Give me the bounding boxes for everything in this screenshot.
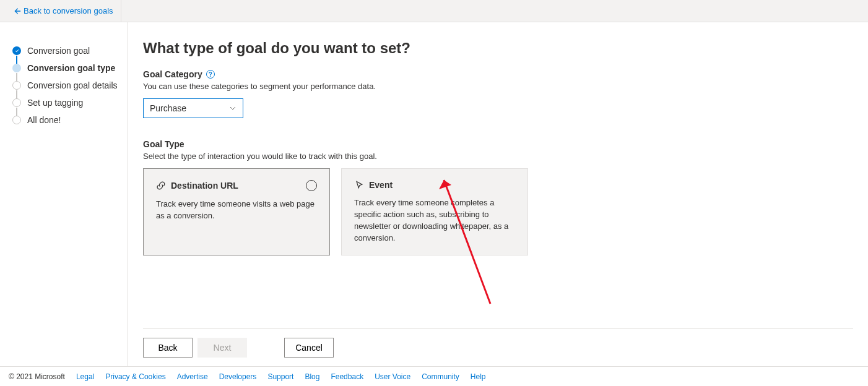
back-to-goals-link[interactable]: Back to conversion goals <box>5 0 121 22</box>
cursor-icon <box>354 180 364 190</box>
step-indicator-completed-icon <box>12 46 21 55</box>
card-title: Event <box>354 180 393 190</box>
goal-type-label: Goal Type <box>143 139 853 149</box>
goal-type-cards: Destination URL Track every time someone… <box>143 168 853 255</box>
card-desc: Track every time someone visits a web pa… <box>156 199 317 222</box>
wizard-buttons: Back Next Cancel <box>143 328 853 366</box>
link-icon <box>156 181 166 191</box>
chevron-down-icon <box>229 105 237 112</box>
step-conversion-goal-details[interactable]: Conversion goal details <box>12 77 123 94</box>
footer-link-advertise[interactable]: Advertise <box>177 372 208 381</box>
label-text: Goal Type <box>143 139 184 149</box>
wizard-steps-sidebar: Conversion goal Conversion goal type Con… <box>0 22 128 366</box>
goal-category-label: Goal Category ? <box>143 69 853 79</box>
step-conversion-goal[interactable]: Conversion goal <box>12 42 123 59</box>
main-content: What type of goal do you want to set? Go… <box>143 40 853 328</box>
main-panel: What type of goal do you want to set? Go… <box>128 22 868 366</box>
step-label: Conversion goal details <box>27 80 118 90</box>
footer-link-legal[interactable]: Legal <box>76 372 94 381</box>
footer-link-user-voice[interactable]: User Voice <box>375 372 410 381</box>
step-label: All done! <box>27 115 61 125</box>
step-indicator-upcoming-icon <box>12 98 21 107</box>
step-label: Conversion goal <box>27 46 90 56</box>
dropdown-value: Purchase <box>150 103 186 113</box>
step-all-done[interactable]: All done! <box>12 111 123 129</box>
card-header: Destination URL <box>156 180 317 191</box>
card-title-text: Event <box>369 180 393 190</box>
goal-category-dropdown[interactable]: Purchase <box>143 98 243 118</box>
back-link-label: Back to conversion goals <box>24 6 113 15</box>
arrow-left-icon <box>12 7 21 15</box>
step-set-up-tagging[interactable]: Set up tagging <box>12 94 123 111</box>
step-indicator-upcoming-icon <box>12 116 21 124</box>
footer: © 2021 Microsoft Legal Privacy & Cookies… <box>0 366 868 386</box>
card-title-text: Destination URL <box>171 181 238 191</box>
help-icon[interactable]: ? <box>206 70 215 79</box>
footer-link-privacy[interactable]: Privacy & Cookies <box>105 372 165 381</box>
goal-type-desc: Select the type of interaction you would… <box>143 152 853 161</box>
page-heading: What type of goal do you want to set? <box>143 40 853 57</box>
card-title: Destination URL <box>156 181 238 191</box>
card-desc: Track every time someone completes a spe… <box>354 197 515 244</box>
footer-link-community[interactable]: Community <box>422 372 459 381</box>
radio-icon <box>306 180 317 191</box>
footer-link-blog[interactable]: Blog <box>305 372 319 381</box>
cancel-button[interactable]: Cancel <box>284 338 334 358</box>
footer-link-developers[interactable]: Developers <box>219 372 257 381</box>
card-destination-url[interactable]: Destination URL Track every time someone… <box>143 168 330 255</box>
step-label: Conversion goal type <box>27 63 115 73</box>
step-indicator-upcoming-icon <box>12 81 21 90</box>
step-label: Set up tagging <box>27 98 83 108</box>
goal-category-desc: You can use these categories to segment … <box>143 82 853 91</box>
back-button[interactable]: Back <box>143 338 193 358</box>
next-button: Next <box>197 338 247 358</box>
top-bar: Back to conversion goals <box>0 0 868 22</box>
step-indicator-current-icon <box>12 64 21 72</box>
layout: Conversion goal Conversion goal type Con… <box>0 22 868 366</box>
footer-link-help[interactable]: Help <box>471 372 486 381</box>
footer-link-support[interactable]: Support <box>267 372 293 381</box>
label-text: Goal Category <box>143 69 202 79</box>
card-event[interactable]: Event Track every time someone completes… <box>341 168 528 255</box>
copyright: © 2021 Microsoft <box>9 372 65 381</box>
card-header: Event <box>354 180 515 190</box>
footer-link-feedback[interactable]: Feedback <box>331 372 363 381</box>
step-conversion-goal-type[interactable]: Conversion goal type <box>12 59 123 77</box>
